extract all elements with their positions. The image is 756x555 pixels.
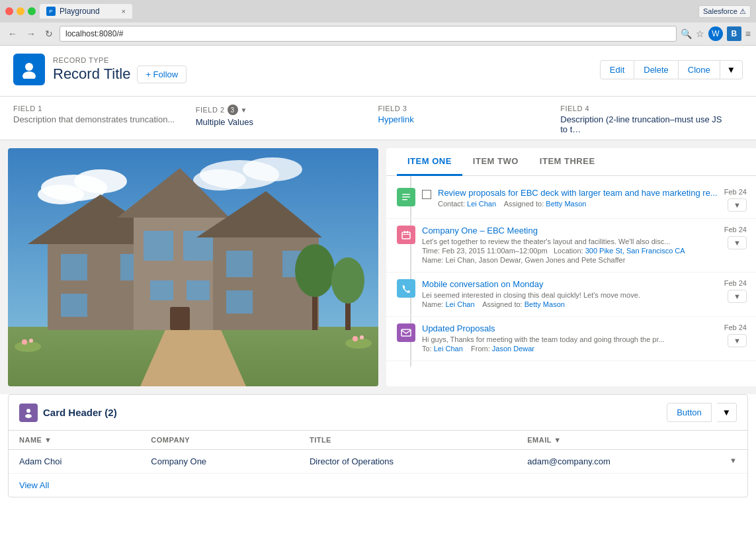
record-avatar bbox=[13, 54, 45, 85]
timeline-content-3: Mobile conversation on Monday Lei seemed… bbox=[422, 279, 718, 310]
timeline-item-1: Review proposals for EBC deck with large… bbox=[386, 181, 756, 219]
svg-point-35 bbox=[345, 338, 372, 349]
col-name-dropdown[interactable]: ▼ bbox=[44, 436, 52, 444]
back-button[interactable]: ← bbox=[5, 27, 20, 40]
field-value-3[interactable]: Hyperlink bbox=[378, 114, 548, 124]
tab-item-one[interactable]: ITEM ONE bbox=[397, 148, 462, 176]
view-all-link[interactable]: View All bbox=[19, 480, 49, 490]
col-email: EMAIL ▼ bbox=[517, 431, 747, 450]
svg-rect-45 bbox=[401, 329, 411, 336]
minimize-dot[interactable] bbox=[17, 7, 24, 15]
contact-lei[interactable]: Lei Chan bbox=[467, 200, 496, 208]
expand-button-3[interactable]: ▼ bbox=[728, 290, 747, 303]
record-title-text: Record Title bbox=[53, 65, 130, 83]
card-button[interactable]: Button bbox=[667, 403, 712, 422]
field-group-1: Field 1 Description that demonstrates tr… bbox=[13, 105, 196, 134]
svg-rect-24 bbox=[226, 251, 253, 277]
field-badge: 3 bbox=[228, 105, 238, 115]
maximize-dot[interactable] bbox=[28, 7, 36, 15]
to-lei[interactable]: Lei Chan bbox=[434, 345, 463, 353]
left-panel bbox=[8, 148, 378, 386]
profile-w-icon[interactable]: W bbox=[708, 26, 723, 41]
field-value-4: Description (2-line truncation–must use … bbox=[560, 114, 730, 134]
timeline-meta-2b: Time: Feb 23, 2015 11:00am–12:00pm Locat… bbox=[422, 247, 718, 255]
svg-point-5 bbox=[38, 185, 84, 204]
timeline-date-2: Feb 24 bbox=[724, 226, 747, 234]
svg-rect-20 bbox=[150, 280, 173, 300]
row-email: adam@company.com ▼ bbox=[517, 450, 747, 474]
field-label-3: FIELD 3 bbox=[378, 105, 548, 112]
browser-tab[interactable]: P Playground × bbox=[40, 4, 132, 19]
svg-point-33 bbox=[22, 339, 27, 345]
timeline-title-3[interactable]: Mobile conversation on Monday bbox=[422, 279, 718, 289]
expand-button-4[interactable]: ▼ bbox=[728, 334, 747, 347]
forward-button[interactable]: → bbox=[24, 27, 38, 40]
timeline-content-1: Review proposals for EBC deck with large… bbox=[438, 188, 718, 212]
bookmark-icon[interactable]: ☆ bbox=[696, 28, 704, 39]
row-dropdown[interactable]: ▼ bbox=[730, 456, 737, 464]
edit-button[interactable]: Edit bbox=[600, 60, 634, 79]
search-nav-icon[interactable]: 🔍 bbox=[681, 28, 692, 39]
svg-rect-13 bbox=[61, 254, 87, 280]
expand-button-2[interactable]: ▼ bbox=[728, 236, 747, 249]
svg-point-1 bbox=[22, 71, 36, 79]
from-jason[interactable]: Jason Dewar bbox=[492, 345, 534, 353]
svg-point-0 bbox=[25, 63, 33, 71]
timeline-date-1: Feb 24 bbox=[724, 188, 747, 196]
svg-rect-39 bbox=[402, 196, 410, 198]
svg-rect-15 bbox=[61, 294, 87, 317]
salesforce-label: Salesforce bbox=[703, 7, 737, 15]
address-bar[interactable] bbox=[60, 26, 677, 42]
tab-item-three[interactable]: ITEM THREE bbox=[529, 148, 606, 176]
clone-button[interactable]: Clone bbox=[679, 60, 720, 79]
svg-point-37 bbox=[360, 335, 364, 339]
app-container: RECORD TYPE Record Title + Follow Edit D… bbox=[0, 46, 756, 555]
location-link[interactable]: 300 Pike St, San Francisco CA bbox=[585, 247, 685, 255]
tab-item-two[interactable]: ITEM TWO bbox=[462, 148, 529, 176]
timeline-meta-4b: To: Lei Chan From: Jason Dewar bbox=[422, 345, 718, 353]
timeline-title-4[interactable]: Updated Proposals bbox=[422, 323, 718, 333]
field-section: Field 1 Description that demonstrates tr… bbox=[0, 97, 756, 140]
timeline-date-3: Feb 24 bbox=[724, 279, 747, 287]
timeline-meta-2c: Name: Lei Chan, Jason Dewar, Gwen Jones … bbox=[422, 256, 718, 264]
extension-icon[interactable]: B bbox=[727, 26, 741, 41]
table-row: Adam Choi Company One Director of Operat… bbox=[9, 450, 747, 474]
card-button-dropdown[interactable]: ▼ bbox=[717, 403, 737, 422]
field-group-3: FIELD 3 Hyperlink bbox=[378, 105, 561, 134]
field-dropdown-arrow[interactable]: ▼ bbox=[241, 107, 247, 114]
svg-point-8 bbox=[193, 169, 246, 191]
card-header-title: Card Header (2) bbox=[43, 407, 661, 418]
assigned-betty[interactable]: Betty Mason bbox=[546, 200, 586, 208]
record-header-top: RECORD TYPE Record Title + Follow Edit D… bbox=[13, 54, 743, 85]
browser-toolbar: P Playground × Salesforce ⚠ bbox=[0, 0, 756, 22]
delete-button[interactable]: Delete bbox=[634, 60, 679, 79]
refresh-button[interactable]: ↻ bbox=[42, 27, 56, 40]
record-type-label: RECORD TYPE bbox=[53, 56, 592, 64]
timeline-meta-3a: Lei seemed interested in closing this de… bbox=[422, 291, 718, 299]
name-lei[interactable]: Lei Chan bbox=[445, 300, 474, 308]
expand-button-1[interactable]: ▼ bbox=[728, 198, 747, 212]
close-dot[interactable] bbox=[5, 7, 13, 15]
actions-dropdown-button[interactable]: ▼ bbox=[720, 60, 743, 79]
browser-dots bbox=[5, 7, 36, 15]
event-icon bbox=[397, 226, 415, 244]
col-name: NAME ▼ bbox=[9, 431, 140, 450]
svg-point-47 bbox=[25, 414, 32, 418]
follow-button[interactable]: + Follow bbox=[137, 65, 187, 83]
assigned-betty-2[interactable]: Betty Mason bbox=[525, 300, 565, 308]
task-checkbox[interactable] bbox=[422, 190, 431, 199]
tab-close-button[interactable]: × bbox=[122, 7, 126, 15]
timeline-right-1: Feb 24 ▼ bbox=[724, 188, 747, 212]
col-title: TITLE bbox=[299, 431, 517, 450]
row-title: Director of Operations bbox=[299, 450, 517, 474]
house-image bbox=[8, 148, 378, 386]
follow-label: + Follow bbox=[146, 69, 178, 79]
timeline-content-4: Updated Proposals Hi guys, Thanks for me… bbox=[422, 323, 718, 354]
timeline-title-1[interactable]: Review proposals for EBC deck with large… bbox=[438, 188, 718, 198]
row-name: Adam Choi bbox=[9, 450, 140, 474]
svg-rect-43 bbox=[407, 231, 408, 234]
timeline-title-2[interactable]: Company One – EBC Meeting bbox=[422, 226, 718, 235]
col-email-dropdown[interactable]: ▼ bbox=[554, 436, 561, 444]
timeline-meta-1: Contact: Lei Chan Assigned to: Betty Mas… bbox=[438, 200, 718, 208]
menu-icon[interactable]: ≡ bbox=[745, 28, 751, 39]
